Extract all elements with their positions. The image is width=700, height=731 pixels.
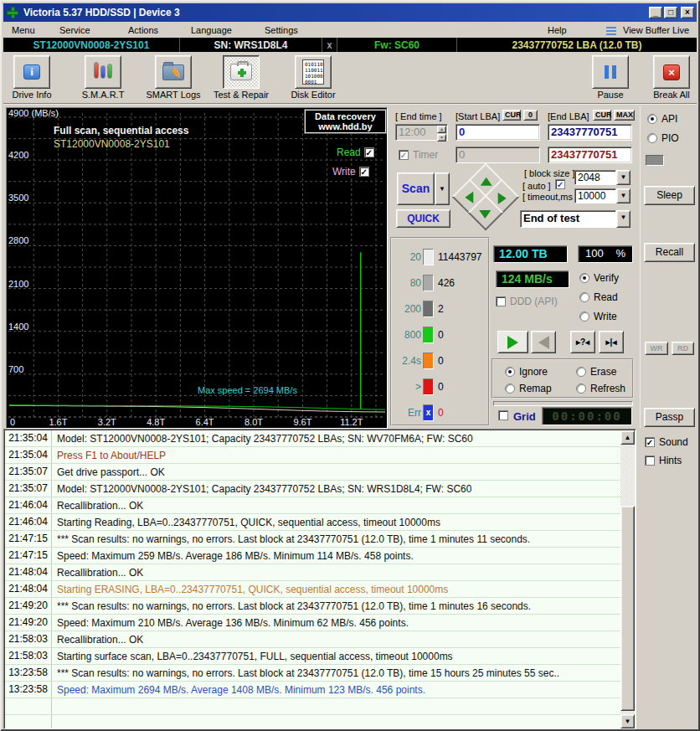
start-button[interactable] <box>497 331 528 353</box>
end-lba-cur-button[interactable]: CUR <box>593 110 611 121</box>
sleep-button[interactable]: Sleep <box>644 186 695 205</box>
block-size-select[interactable]: 2048▼ <box>574 170 631 185</box>
read-checkbox[interactable]: ✓ <box>364 147 374 157</box>
disk-editor-label: Disk Editor <box>288 90 338 100</box>
erase-radio[interactable]: Erase <box>576 366 616 378</box>
log-row <box>5 715 621 729</box>
folder-pencil-icon: ✎ <box>162 64 184 80</box>
start-lba-label: [Start LBA] <box>456 111 500 121</box>
sound-checkbox[interactable]: ✓Sound <box>645 436 688 448</box>
timer-label: Timer <box>413 149 438 161</box>
read-radio[interactable]: Read <box>579 291 618 303</box>
block-size-label: [ block size ] <box>524 168 575 178</box>
smart-logs-button[interactable]: ✎ <box>155 55 192 89</box>
timeout-label: [ timeout,ms ] <box>522 192 578 202</box>
scrollbar-thumb[interactable] <box>620 506 635 711</box>
speed-graph: 700140021002800350042004900 (MB/s)01.6T3… <box>6 107 388 429</box>
counter-color-block <box>423 249 434 265</box>
activity-led <box>646 155 664 166</box>
timeout-select[interactable]: 10000▼ <box>574 188 631 203</box>
disk-editor-button[interactable]: 010110 110011 101000 0001 <box>295 55 332 89</box>
smart-logs-label: SMART Logs <box>144 90 203 100</box>
spin-down-icon[interactable]: ▼ <box>437 134 446 142</box>
recall-button[interactable]: Recall <box>644 243 695 262</box>
auto-checkbox[interactable]: ✓ <box>555 179 565 189</box>
wr-button[interactable]: WR <box>645 342 668 355</box>
rd-button[interactable]: RD <box>672 342 694 355</box>
end-lba-max-button[interactable]: MAX <box>614 110 635 121</box>
scan-dropdown-button[interactable]: ▼ <box>435 172 450 205</box>
timer-checkbox[interactable]: ✓ <box>399 150 409 160</box>
log-row: 21:58:03 Starting surface scan, LBA=0..2… <box>5 648 621 665</box>
menu-item-actions[interactable]: Actions <box>125 24 162 36</box>
svg-text:9.6T: 9.6T <box>293 417 311 426</box>
timer-input[interactable]: 0 <box>456 147 540 163</box>
grid-checkbox[interactable] <box>498 410 508 420</box>
grid-label: Grid <box>513 410 536 423</box>
end-lba-confirm-input[interactable]: 23437770751 <box>548 147 632 163</box>
pause-button[interactable] <box>592 55 629 89</box>
start-lba-zero-button[interactable]: 0 <box>523 110 538 121</box>
remap-radio[interactable]: Remap <box>505 383 552 394</box>
end-time-input[interactable]: 12:00 ▲▼ <box>395 124 448 141</box>
smart-button[interactable] <box>85 55 121 89</box>
scroll-down-icon[interactable]: ▼ <box>620 714 635 728</box>
minimize-icon[interactable]: _ <box>649 7 662 18</box>
verify-radio[interactable]: Verify <box>579 272 619 284</box>
log-row: 21:35:07 Model: ST12000VN0008-2YS101; Ca… <box>5 481 621 497</box>
refresh-radio[interactable]: Refresh <box>576 383 625 394</box>
log-time: 21:46:04 <box>5 514 52 530</box>
api-radio[interactable]: API <box>647 113 677 125</box>
chevron-down-icon[interactable]: ▼ <box>616 188 631 203</box>
log-row: 21:46:04 Starting Reading, LBA=0..234377… <box>5 514 621 531</box>
menu-item-menu[interactable]: Menu <box>8 24 39 36</box>
spin-up-icon[interactable]: ▲ <box>437 126 446 133</box>
log-scrollbar[interactable]: ▲ ▼ <box>620 430 635 728</box>
end-lba-input[interactable]: 23437770751 <box>548 124 632 141</box>
menu-item-help[interactable]: Help <box>544 24 570 36</box>
start-lba-cur-button[interactable]: CUR <box>502 110 521 121</box>
seek-question-button[interactable]: ▸?◂ <box>570 331 595 353</box>
svg-text:700: 700 <box>8 364 23 374</box>
maximize-icon[interactable]: □ <box>664 7 677 18</box>
pio-radio[interactable]: PIO <box>647 132 679 144</box>
menu-item-view-buffer-live[interactable]: View Buffer Live <box>620 24 692 36</box>
quick-button[interactable]: QUICK <box>396 209 450 228</box>
title-bar: Victoria 5.37 HDD/SSD | Device 3 _ □ × <box>3 3 697 22</box>
hints-checkbox[interactable]: Hints <box>645 455 682 466</box>
chevron-down-icon[interactable]: ▼ <box>616 170 631 185</box>
chevron-down-icon[interactable]: ▼ <box>616 210 631 228</box>
drive-info-button[interactable]: i <box>13 55 50 89</box>
scroll-up-icon[interactable]: ▲ <box>620 430 635 445</box>
break-all-button[interactable]: × <box>653 55 690 89</box>
write-checkbox[interactable]: ✓ <box>359 167 369 177</box>
scan-button[interactable]: Scan <box>397 172 435 205</box>
log-row <box>5 698 621 715</box>
test-repair-button[interactable] <box>223 55 260 89</box>
start-lba-input[interactable]: 0 <box>456 124 540 141</box>
log-time: 13:23:58 <box>5 682 52 698</box>
device-status-bar: ST12000VN0008-2YS101 SN: WRS1D8L4 x Fw: … <box>3 38 697 52</box>
log-time: 21:46:04 <box>5 497 52 513</box>
log-row: 21:47:15 *** Scan results: no warnings, … <box>5 531 621 548</box>
close-icon[interactable]: × <box>681 7 694 18</box>
write-radio[interactable]: Write <box>579 311 617 322</box>
app-window: Victoria 5.37 HDD/SSD | Device 3 _ □ × M… <box>0 0 700 731</box>
menu-item-service[interactable]: Service <box>56 24 94 36</box>
log-area: 21:35:04 Model: ST12000VN0008-2YS101; Ca… <box>3 429 697 729</box>
back-button[interactable] <box>531 331 556 353</box>
pause-icon <box>605 65 616 79</box>
passport-button[interactable]: Passp <box>644 408 695 427</box>
log-message: Recallibration... OK <box>52 500 143 512</box>
ddd-api-checkbox[interactable]: DDD (API) <box>496 296 558 307</box>
end-of-test-select[interactable]: End of test▼ <box>520 210 631 228</box>
test-repair-label: Test & Repair <box>211 90 271 100</box>
device-close-icon[interactable]: x <box>322 38 337 52</box>
log-time: 21:49:20 <box>5 615 52 631</box>
ignore-radio[interactable]: Ignore <box>505 366 548 378</box>
menu-item-language[interactable]: Language <box>188 24 235 36</box>
menu-item-settings[interactable]: Settings <box>261 24 301 36</box>
log-time: 21:35:07 <box>5 464 52 480</box>
seek-edge-button[interactable]: ▸|◂ <box>599 331 624 353</box>
counter-row: 20 11443797 <box>395 248 488 266</box>
